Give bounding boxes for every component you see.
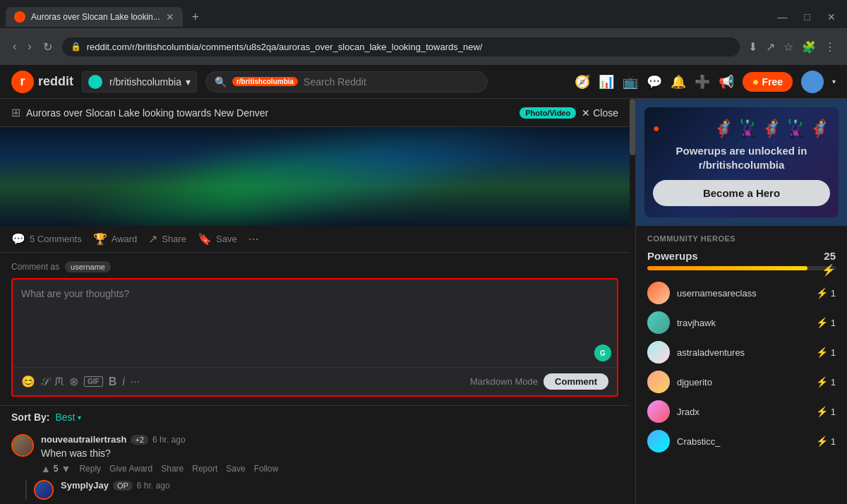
lightning-icon-5: ⚡ — [816, 406, 828, 417]
reddit-text: reddit — [38, 74, 73, 89]
code-button[interactable]: ᙏ — [54, 376, 64, 388]
chat-icon[interactable]: 💬 — [647, 74, 662, 90]
comments-button[interactable]: 💬 5 Comments — [11, 232, 82, 246]
close-window-button[interactable]: ✕ — [822, 8, 841, 25]
post-title: Auroras over Slocan Lake looking towards… — [26, 107, 508, 119]
scrollbar-track[interactable] — [630, 99, 635, 504]
main-content: ⊞ Auroras over Slocan Lake looking towar… — [0, 99, 847, 504]
tab-close-button[interactable]: ✕ — [166, 11, 174, 23]
reply-button[interactable]: Reply — [79, 464, 101, 474]
download-icon[interactable]: ⬇ — [745, 37, 760, 56]
award-button[interactable]: 🏆 Award — [93, 232, 138, 246]
subreddit-icon — [88, 75, 102, 89]
toolbar-icons: 😊 𝒮 ᙏ ⊗ GIF B i ··· — [21, 375, 464, 388]
post-image — [0, 127, 630, 226]
reply-line — [25, 480, 27, 500]
comment-submit-button[interactable]: Comment — [543, 373, 608, 390]
free-button[interactable]: ● Free — [743, 72, 793, 92]
italic-button[interactable]: i — [122, 376, 125, 388]
upvote-button[interactable]: ▲ — [41, 463, 51, 474]
downvote-button[interactable]: ▼ — [61, 463, 71, 474]
strikethrough-button[interactable]: 𝒮 — [41, 376, 49, 388]
give-award-button[interactable]: Give Award — [109, 464, 152, 474]
menu-icon[interactable]: ⋮ — [822, 37, 839, 56]
hero-name-5[interactable]: Jradx — [677, 407, 809, 417]
avatar-dropdown-icon[interactable]: ▾ — [832, 78, 836, 85]
subreddit-nav[interactable]: r/britishcolumbia ▾ — [82, 71, 197, 92]
post-type-badge: Photo/Video — [519, 107, 576, 119]
spoiler-button[interactable]: ⊗ — [69, 375, 78, 388]
scrollbar-thumb[interactable] — [630, 99, 635, 155]
reddit-logo[interactable]: r reddit — [11, 71, 73, 93]
forward-button[interactable]: › — [23, 37, 35, 56]
more-button[interactable]: ··· — [248, 232, 259, 246]
hero-item: travjhawk ⚡ 1 — [647, 311, 836, 334]
hero-name-3[interactable]: astraladventures — [677, 347, 809, 358]
emoji-button[interactable]: 😊 — [21, 375, 35, 388]
sort-dropdown[interactable]: Best ▾ — [55, 412, 81, 423]
report-button[interactable]: Report — [192, 464, 217, 474]
minimize-button[interactable]: — — [772, 8, 793, 25]
hero-power-count-2: 1 — [831, 318, 836, 328]
lock-icon: 🔒 — [71, 42, 81, 52]
bold-button[interactable]: B — [109, 376, 117, 388]
sort-label: Sort By: — [11, 412, 49, 423]
hero-name-6[interactable]: Crabsticc_ — [677, 436, 809, 447]
gif-button[interactable]: GIF — [84, 376, 103, 387]
become-hero-button[interactable]: Become a Hero — [653, 180, 830, 206]
aurora-effect — [61, 127, 567, 226]
refresh-button[interactable]: ↻ — [39, 37, 56, 56]
advertise-icon[interactable]: 📢 — [719, 74, 734, 90]
maximize-button[interactable]: □ — [799, 8, 816, 25]
comment-toolbar: 😊 𝒮 ᙏ ⊗ GIF B i ··· Markdown Mode Commen… — [13, 367, 617, 395]
ad-banner: ● 🦸 🦹 🦸 🦹 🦸 Powerups are unlocked in r/b… — [636, 99, 847, 226]
vote-count: 5 — [54, 464, 59, 474]
user-avatar[interactable] — [801, 71, 824, 93]
close-button[interactable]: ✕ Close — [582, 107, 618, 119]
grammarly-button[interactable]: G — [594, 344, 611, 361]
hero-name-1[interactable]: usernamesareclass — [677, 288, 809, 299]
back-button[interactable]: ‹ — [8, 37, 20, 56]
follow-button[interactable]: Follow — [254, 464, 279, 474]
active-tab[interactable]: Auroras over Slocan Lake lookin... ✕ — [6, 7, 183, 27]
comment-share-button[interactable]: Share — [161, 464, 184, 474]
lightning-icon-6: ⚡ — [816, 436, 828, 447]
search-placeholder: Search Reddit — [304, 76, 366, 88]
address-bar[interactable]: 🔒 reddit.com/r/britishcolumbia/comments/… — [62, 37, 740, 56]
reddit-header: r reddit r/britishcolumbia ▾ 🔍 r/british… — [0, 65, 847, 99]
share-icon[interactable]: ↗ — [763, 37, 778, 56]
vote-buttons: ▲ 5 ▼ — [41, 463, 71, 474]
extension-icon[interactable]: 🧩 — [799, 37, 819, 56]
bell-icon[interactable]: 🔔 — [671, 74, 686, 90]
markdown-mode-button[interactable]: Markdown Mode — [470, 376, 538, 387]
reply-time: 6 hr. ago — [137, 481, 170, 491]
aurora-background — [0, 127, 630, 226]
new-tab-button[interactable]: + — [186, 7, 205, 27]
hero-item: Crabsticc_ ⚡ 1 — [647, 430, 836, 452]
chart-icon[interactable]: 📊 — [599, 74, 614, 90]
actions-bar: 💬 5 Comments 🏆 Award ↗ Share 🔖 Save ··· — [0, 226, 630, 253]
reply-author[interactable]: SymplyJay — [61, 480, 109, 491]
hero-name-4[interactable]: djguerito — [677, 377, 809, 388]
video-icon[interactable]: 📺 — [623, 74, 638, 90]
reddit-icon: r — [11, 71, 34, 93]
save-button[interactable]: 🔖 Save — [198, 232, 237, 246]
section-label: COMMUNITY HEROES — [647, 234, 836, 243]
comment-save-button[interactable]: Save — [226, 464, 245, 474]
plus-icon[interactable]: ➕ — [695, 74, 710, 90]
award-icon: 🏆 — [93, 232, 107, 246]
share-button[interactable]: ↗ Share — [148, 232, 186, 246]
reply-op-badge: OP — [113, 481, 133, 491]
hero-avatar-4 — [647, 371, 670, 393]
tab-title: Auroras over Slocan Lake lookin... — [31, 12, 160, 22]
bookmark-icon[interactable]: ☆ — [781, 37, 796, 56]
more-formatting-button[interactable]: ··· — [131, 376, 140, 388]
hero-item: Jradx ⚡ 1 — [647, 400, 836, 423]
search-bar[interactable]: 🔍 r/britishcolumbia Search Reddit — [205, 71, 488, 92]
hero-name-2[interactable]: travjhawk — [677, 318, 809, 328]
search-icon: 🔍 — [215, 76, 227, 88]
comment-author[interactable]: nouveautrailertrash — [41, 434, 126, 445]
comment-textarea[interactable] — [13, 280, 617, 364]
compass-icon[interactable]: 🧭 — [575, 74, 590, 90]
hero-power-2: ⚡ 1 — [816, 317, 836, 328]
